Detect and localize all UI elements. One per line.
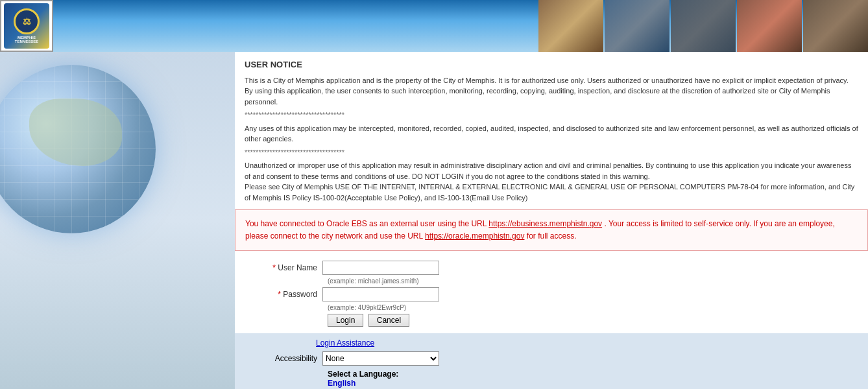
bottom-section: Login Assistance Accessibility None Stan… — [235, 333, 868, 389]
notice-paragraph2: Any uses of this application may be inte… — [245, 123, 858, 145]
username-input[interactable] — [322, 261, 439, 275]
language-english-link[interactable]: English — [328, 379, 356, 388]
cancel-button[interactable]: Cancel — [368, 314, 409, 327]
alert-box: You have connected to Oracle EBS as an e… — [235, 209, 868, 251]
alert-link2[interactable]: https://oracle.memphistn.gov — [425, 231, 524, 241]
language-section: Select a Language: English — [328, 370, 858, 388]
form-buttons: Login Cancel — [328, 314, 858, 327]
photo-3 — [671, 0, 736, 52]
globe-container — [0, 65, 182, 259]
accessibility-select[interactable]: None Standard Access Screen Reader — [322, 351, 439, 366]
alert-text-before1: You have connected to Oracle EBS as an e… — [245, 219, 488, 228]
logo-box: ⚖ MEMPHIS TENNESSEE — [0, 0, 53, 52]
logo-inner: ⚖ MEMPHIS TENNESSEE — [4, 3, 49, 49]
login-form: * User Name (example: michael.james.smit… — [235, 257, 868, 333]
alert-text: You have connected to Oracle EBS as an e… — [245, 219, 835, 241]
notice-divider2: ************************************ — [245, 147, 858, 158]
header-bar: ⚖ MEMPHIS TENNESSEE — [0, 0, 868, 52]
accessibility-label: Accessibility — [245, 354, 322, 363]
password-input[interactable] — [322, 287, 439, 301]
login-button[interactable]: Login — [328, 314, 363, 327]
notice-divider1: ************************************ — [245, 110, 858, 121]
alert-link1[interactable]: https://ebusiness.memphistn.gov — [488, 219, 602, 228]
photo-5 — [803, 0, 868, 52]
username-hint: (example: michael.james.smith) — [328, 277, 858, 285]
photo-strip — [537, 0, 868, 52]
language-select-label: Select a Language: — [328, 370, 398, 379]
username-label-text: User Name — [278, 263, 317, 272]
username-row: * User Name — [245, 261, 858, 275]
city-emblem: ⚖ — [14, 8, 40, 34]
password-label: * Password — [245, 290, 322, 299]
left-column — [0, 52, 235, 389]
globe-graphic — [0, 65, 156, 233]
password-label-text: Password — [283, 290, 317, 299]
notice-section: USER NOTICE This is a City of Memphis ap… — [235, 52, 868, 209]
notice-paragraph3: Unauthorized or improper use of this app… — [245, 160, 858, 182]
alert-text-after: for full access. — [527, 231, 577, 241]
notice-paragraph1: This is a City of Memphis application an… — [245, 75, 858, 108]
accessibility-row: Accessibility None Standard Access Scree… — [245, 351, 858, 366]
password-hint: (example: 4U9pkl2Ewr9cP) — [328, 304, 858, 311]
notice-paragraph4: Please see City of Memphis USE OF THE IN… — [245, 182, 858, 203]
password-row: * Password — [245, 287, 858, 301]
username-label: * User Name — [245, 263, 322, 272]
photo-4 — [737, 0, 802, 52]
main-layout: USER NOTICE This is a City of Memphis ap… — [0, 52, 868, 389]
notice-title: USER NOTICE — [245, 58, 858, 71]
photo-2 — [605, 0, 669, 52]
logo-city-text: MEMPHIS TENNESSEE — [15, 36, 38, 43]
right-column: USER NOTICE This is a City of Memphis ap… — [235, 52, 868, 389]
login-assistance-link[interactable]: Login Assistance — [316, 338, 858, 348]
photo-1 — [538, 0, 603, 52]
